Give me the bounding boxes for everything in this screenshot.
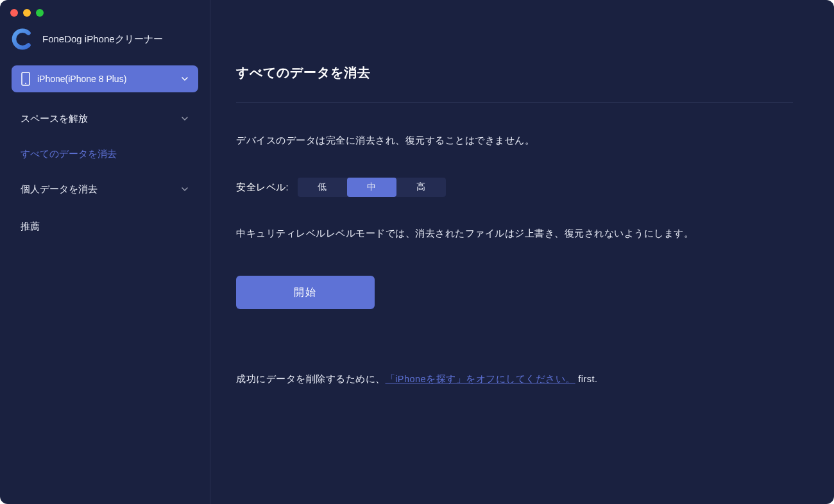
warning-text: デバイスのデータは完全に消去され、復元することはできません。: [236, 135, 793, 147]
sidebar: FoneDog iPhoneクリーナー iPhone(iPhone 8 Plus…: [0, 0, 210, 504]
page-title: すべてのデータを消去: [236, 64, 793, 81]
chevron-down-icon: [180, 74, 189, 83]
sidebar-item-free-space[interactable]: スペースを解放: [0, 100, 210, 137]
bottom-note-prefix: 成功にデータを削除するために、: [236, 374, 386, 384]
minimize-window-button[interactable]: [23, 9, 31, 17]
close-window-button[interactable]: [10, 9, 18, 17]
app-window: FoneDog iPhoneクリーナー iPhone(iPhone 8 Plus…: [0, 0, 834, 504]
device-name: iPhone(iPhone 8 Plus): [37, 74, 180, 84]
main-content: すべてのデータを消去 デバイスのデータは完全に消去され、復元することはできません…: [210, 0, 834, 504]
security-level-row: 安全レベル: 低 中 高: [236, 178, 793, 197]
phone-icon: [21, 72, 31, 86]
security-level-segment: 低 中 高: [298, 178, 446, 197]
sidebar-item-erase-private-data[interactable]: 個人データを消去: [0, 171, 210, 208]
chevron-down-icon: [180, 185, 189, 194]
sidebar-item-recommendation[interactable]: 推薦: [0, 208, 210, 245]
security-level-high[interactable]: 高: [396, 178, 446, 197]
security-description: 中キュリティレベルレベルモードでは、消去されたファイルはジ上書き、復元されないよ…: [236, 228, 793, 240]
chevron-down-icon: [180, 114, 189, 123]
sidebar-item-label: 推薦: [21, 221, 40, 233]
svg-point-1: [25, 83, 26, 84]
sidebar-item-erase-all-data[interactable]: すべてのデータを消去: [0, 137, 210, 171]
sidebar-item-label: 個人データを消去: [21, 183, 98, 196]
start-button[interactable]: 開始: [236, 276, 375, 309]
divider: [236, 102, 793, 103]
security-level-label: 安全レベル:: [236, 181, 289, 194]
device-selector[interactable]: iPhone(iPhone 8 Plus): [12, 65, 198, 92]
maximize-window-button[interactable]: [36, 9, 44, 17]
window-controls: [0, 9, 210, 17]
sidebar-item-label: すべてのデータを消去: [21, 148, 117, 160]
app-name: FoneDog iPhoneクリーナー: [42, 33, 163, 46]
app-title-bar: FoneDog iPhoneクリーナー: [0, 28, 210, 65]
bottom-note-suffix: first.: [575, 374, 598, 384]
security-level-medium[interactable]: 中: [347, 178, 396, 197]
security-level-low[interactable]: 低: [298, 178, 347, 197]
find-my-iphone-link[interactable]: 「iPhoneを探す」をオフにしてください。: [386, 374, 575, 384]
app-logo-icon: [12, 28, 33, 50]
sidebar-item-label: スペースを解放: [21, 113, 88, 125]
bottom-note: 成功にデータを削除するために、「iPhoneを探す」をオフにしてください。 fi…: [236, 373, 793, 385]
